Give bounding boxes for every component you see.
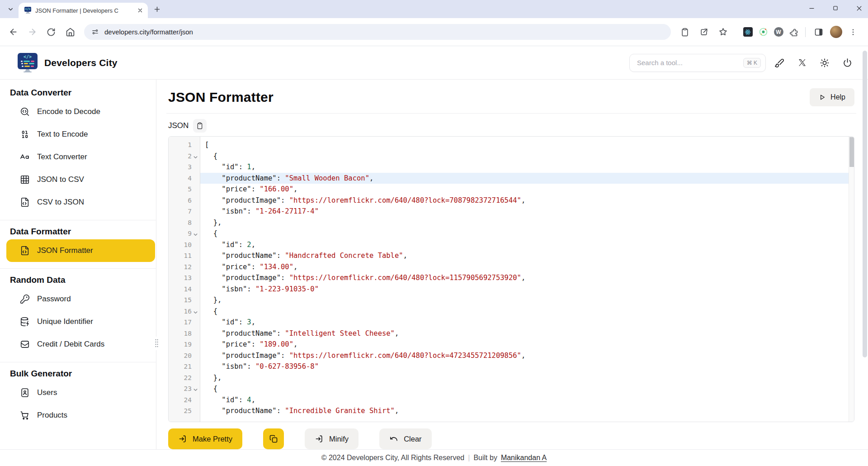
gutter-line-1: 1 — [169, 139, 200, 151]
editor-line-3[interactable]: "id": 1, — [200, 162, 854, 173]
back-button[interactable] — [5, 24, 22, 41]
sidebar: Data ConverterEncode to DecodeText to En… — [0, 80, 156, 449]
sidebar-item-credit-debit-cards[interactable]: Credit / Debit Cards — [6, 333, 155, 356]
sidebar-item-password[interactable]: Password — [6, 288, 155, 310]
site-settings-icon[interactable] — [91, 28, 99, 36]
editor-line-19[interactable]: "price": "189.00", — [200, 339, 854, 350]
tab-search-chevron-icon[interactable] — [7, 6, 14, 13]
title-divider — [166, 113, 856, 114]
fold-chevron-icon[interactable] — [193, 387, 198, 392]
power-icon[interactable] — [838, 54, 856, 72]
key-icon — [20, 294, 30, 304]
clear-button[interactable]: Clear — [379, 428, 431, 449]
editor-scrollbar[interactable] — [849, 137, 854, 422]
page-scrollbar-thumb[interactable] — [863, 51, 867, 357]
editor-code-area[interactable]: [ { "id": 1, "productName": "Small Woode… — [200, 137, 854, 422]
browser-tabstrip: </> JSON Formatter | Developers C — [0, 0, 868, 18]
editor-line-5[interactable]: "price": "166.00", — [200, 184, 854, 195]
editor-line-4[interactable]: "productName": "Small Wooden Bacon", — [200, 173, 854, 184]
editor-gutter: 1234567891011121314151617181920212223242… — [169, 137, 200, 422]
editor-line-11[interactable]: "productName": "Handcrafted Concrete Tab… — [200, 250, 854, 262]
reload-button[interactable] — [42, 24, 60, 41]
editor-line-14[interactable]: "isbn": "1-223-91035-0" — [200, 284, 854, 295]
help-button[interactable]: Help — [810, 88, 854, 106]
share-icon[interactable] — [695, 24, 712, 41]
editor-line-23[interactable]: { — [200, 383, 854, 395]
editor-line-22[interactable]: }, — [200, 372, 854, 384]
editor-line-17[interactable]: "id": 3, — [200, 317, 854, 328]
search-shortcut-badge: ⌘ K — [743, 58, 761, 68]
fold-chevron-icon[interactable] — [193, 310, 198, 315]
sidebar-item-products[interactable]: Products — [6, 404, 155, 427]
editor-line-24[interactable]: "id": 4, — [200, 395, 854, 406]
editor-line-1[interactable]: [ — [200, 139, 854, 151]
sidebar-item-label: Unique Identifier — [37, 317, 93, 326]
theme-sun-icon[interactable] — [816, 54, 834, 72]
play-icon — [819, 94, 826, 101]
sidebar-item-text-converter[interactable]: Text Converter — [6, 146, 155, 168]
copy-output-button[interactable] — [263, 428, 284, 449]
browser-menu-kebab-icon[interactable] — [844, 24, 862, 41]
window-minimize-button[interactable] — [808, 5, 815, 12]
editor-line-25[interactable]: "productName": "Incredible Granite Shirt… — [200, 405, 854, 417]
editor-line-2[interactable]: { — [200, 151, 854, 162]
sidebar-item-json-formatter[interactable]: JSON Formatter — [6, 239, 155, 262]
gutter-line-5: 5 — [169, 184, 200, 195]
extension-orbit-icon[interactable] — [756, 25, 770, 39]
side-panel-icon[interactable] — [810, 24, 827, 41]
sidebar-item-json-to-csv[interactable]: JSON to CSV — [6, 168, 155, 191]
editor-line-21[interactable]: "isbn": "0-627-83956-8" — [200, 361, 854, 372]
gutter-line-15: 15 — [169, 295, 200, 306]
editor-line-13[interactable]: "productImage": "https://loremflickr.com… — [200, 272, 854, 284]
browser-tab[interactable]: </> JSON Formatter | Developers C — [19, 3, 148, 18]
editor-line-9[interactable]: { — [200, 228, 854, 239]
editor-line-16[interactable]: { — [200, 306, 854, 317]
clipboard-icon[interactable] — [676, 24, 693, 41]
extensions-puzzle-icon[interactable] — [787, 25, 801, 39]
editor-line-18[interactable]: "productName": "Intelligent Steel Cheese… — [200, 328, 854, 339]
address-bar[interactable]: developers.city/formatter/json — [84, 24, 671, 40]
editor-line-8[interactable]: }, — [200, 217, 854, 228]
author-link[interactable]: Manikandan A — [501, 454, 547, 462]
gutter-line-8: 8 — [169, 217, 200, 228]
window-maximize-button[interactable] — [832, 5, 839, 11]
extension-w-icon[interactable]: W — [772, 25, 785, 39]
extension-react-icon[interactable] — [741, 25, 755, 39]
fold-chevron-icon[interactable] — [193, 155, 198, 160]
editor-line-10[interactable]: "id": 2, — [200, 239, 854, 251]
sidebar-section-divider — [0, 220, 156, 220]
sidebar-item-label: Users — [37, 388, 57, 397]
search-input[interactable]: Search a tool... ⌘ K — [629, 54, 766, 72]
editor-line-7[interactable]: "isbn": "1-264-27117-4" — [200, 206, 854, 217]
site-footer: © 2024 Developers City, All Rights Reser… — [0, 449, 868, 466]
sidebar-item-unique-identifier[interactable]: Unique Identifier — [6, 310, 155, 333]
sidebar-item-encode-to-decode[interactable]: Encode to Decode — [6, 100, 155, 123]
copy-json-clipboard-icon[interactable] — [193, 119, 207, 133]
editor-line-6[interactable]: "productImage": "https://loremflickr.com… — [200, 195, 854, 206]
json-editor[interactable]: 1234567891011121314151617181920212223242… — [168, 136, 854, 422]
minify-button[interactable]: Minify — [305, 428, 359, 449]
site-logo[interactable]: </> — [17, 53, 38, 72]
editor-scrollbar-thumb[interactable] — [849, 137, 854, 167]
brand-name[interactable]: Developers City — [44, 57, 118, 68]
editor-line-15[interactable]: }, — [200, 295, 854, 306]
home-button[interactable] — [61, 24, 79, 41]
new-tab-button[interactable] — [153, 5, 161, 13]
gutter-line-4: 4 — [169, 173, 200, 184]
make-pretty-button[interactable]: Make Pretty — [168, 428, 242, 449]
profile-avatar[interactable] — [829, 25, 843, 39]
bookmark-star-icon[interactable] — [714, 24, 731, 41]
editor-line-12[interactable]: "price": "134.00", — [200, 262, 854, 273]
sidebar-resize-handle[interactable] — [153, 337, 160, 350]
forward-button[interactable] — [24, 24, 41, 41]
format-brush-icon[interactable] — [770, 54, 788, 72]
sidebar-item-csv-to-json[interactable]: CSV to JSON — [6, 191, 155, 214]
gutter-line-22: 22 — [169, 372, 200, 384]
sidebar-item-text-to-encode[interactable]: Text to Encode — [6, 123, 155, 146]
tab-close-icon[interactable] — [136, 6, 144, 14]
window-close-button[interactable] — [856, 5, 863, 12]
sidebar-item-users[interactable]: Users — [6, 381, 155, 404]
fold-chevron-icon[interactable] — [193, 232, 198, 237]
editor-line-20[interactable]: "productImage": "https://loremflickr.com… — [200, 350, 854, 361]
x-twitter-icon[interactable] — [793, 54, 811, 72]
